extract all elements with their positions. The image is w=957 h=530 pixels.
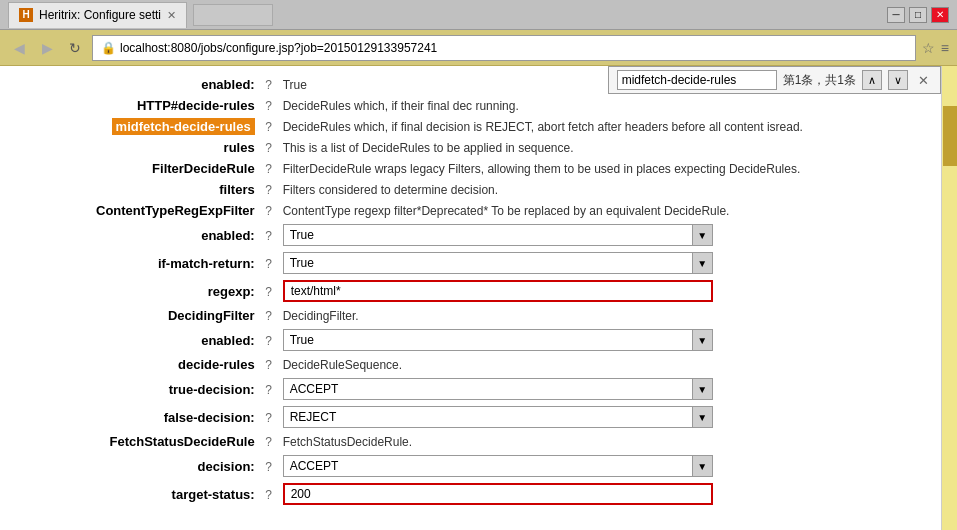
if-match-return-dropdown[interactable]: True ▼ bbox=[283, 252, 713, 274]
table-row: FetchStatusDecideRule ? FetchStatusDecid… bbox=[12, 431, 929, 452]
new-tab-area bbox=[193, 4, 273, 26]
field-label-filter-decide-rule: FilterDecideRule bbox=[152, 161, 255, 176]
find-next-button[interactable]: ∨ bbox=[888, 70, 908, 90]
refresh-button[interactable]: ↻ bbox=[64, 37, 86, 59]
false-decision-value: REJECT bbox=[284, 410, 692, 424]
dropdown-arrow-icon[interactable]: ▼ bbox=[692, 253, 712, 273]
field-desc-decide-rules: DecideRuleSequence. bbox=[283, 358, 402, 372]
table-row: target-status: ? bbox=[12, 480, 929, 508]
help-icon[interactable]: ? bbox=[265, 435, 272, 449]
field-desc-content-type-regexp: ContentType regexp filter*Deprecated* To… bbox=[283, 204, 730, 218]
true-decision-value: ACCEPT bbox=[284, 382, 692, 396]
help-icon[interactable]: ? bbox=[265, 162, 272, 176]
find-prev-button[interactable]: ∧ bbox=[862, 70, 882, 90]
field-label-filters: filters bbox=[219, 182, 254, 197]
window-controls: ─ □ ✕ bbox=[887, 7, 949, 23]
table-row: midfetch-decide-rules ? DecideRules whic… bbox=[12, 116, 929, 137]
minimize-button[interactable]: ─ bbox=[887, 7, 905, 23]
find-input[interactable] bbox=[617, 70, 777, 90]
table-row: enabled: ? True ▼ bbox=[12, 326, 929, 354]
table-row: false-decision: ? REJECT ▼ bbox=[12, 403, 929, 431]
field-label-true-decision: true-decision: bbox=[169, 382, 255, 397]
forward-button[interactable]: ▶ bbox=[36, 37, 58, 59]
field-label-deciding-filter: DecidingFilter bbox=[168, 308, 255, 323]
help-icon[interactable]: ? bbox=[265, 229, 272, 243]
field-label-target-status: target-status: bbox=[172, 487, 255, 502]
help-icon[interactable]: ? bbox=[265, 334, 272, 348]
content-area: enabled: ? True HTTP#decide-rules ? Deci… bbox=[0, 66, 941, 530]
enabled-2-value: True bbox=[284, 333, 692, 347]
find-bar: 第1条，共1条 ∧ ∨ ✕ bbox=[608, 66, 941, 94]
menu-icon[interactable]: ≡ bbox=[941, 40, 949, 56]
help-icon[interactable]: ? bbox=[265, 257, 272, 271]
bookmark-icon[interactable]: ☆ bbox=[922, 40, 935, 56]
main-area: enabled: ? True HTTP#decide-rules ? Deci… bbox=[0, 66, 957, 530]
help-icon[interactable]: ? bbox=[265, 141, 272, 155]
regexp-input[interactable] bbox=[283, 280, 713, 302]
scrollbar-thumb[interactable] bbox=[943, 106, 957, 166]
config-table: enabled: ? True HTTP#decide-rules ? Deci… bbox=[12, 74, 929, 508]
field-label-midfetch-decide-rules: midfetch-decide-rules bbox=[112, 118, 255, 135]
field-label-fetch-status-decide-rule: FetchStatusDecideRule bbox=[109, 434, 254, 449]
lock-icon: 🔒 bbox=[101, 41, 116, 55]
table-row: ContentTypeRegExpFilter ? ContentType re… bbox=[12, 200, 929, 221]
field-label-content-type-regexp: ContentTypeRegExpFilter bbox=[96, 203, 255, 218]
address-bar: ◀ ▶ ↻ 🔒 localhost:8080/jobs/configure.js… bbox=[0, 30, 957, 66]
field-desc-filters: Filters considered to determine decision… bbox=[283, 183, 498, 197]
find-close-button[interactable]: ✕ bbox=[914, 71, 932, 89]
dropdown-arrow-icon[interactable]: ▼ bbox=[692, 456, 712, 476]
back-button[interactable]: ◀ bbox=[8, 37, 30, 59]
table-row: decision: ? ACCEPT ▼ bbox=[12, 452, 929, 480]
tab-close-button[interactable]: ✕ bbox=[167, 9, 176, 22]
help-icon[interactable]: ? bbox=[265, 383, 272, 397]
find-info: 第1条，共1条 bbox=[783, 72, 856, 89]
field-desc-deciding-filter: DecidingFilter. bbox=[283, 309, 359, 323]
decision-value: ACCEPT bbox=[284, 459, 692, 473]
target-status-input[interactable] bbox=[283, 483, 713, 505]
help-icon[interactable]: ? bbox=[265, 183, 272, 197]
table-row: rules ? This is a list of DecideRules to… bbox=[12, 137, 929, 158]
dropdown-arrow-icon[interactable]: ▼ bbox=[692, 407, 712, 427]
dropdown-arrow-icon[interactable]: ▼ bbox=[692, 379, 712, 399]
table-row: true-decision: ? ACCEPT ▼ bbox=[12, 375, 929, 403]
field-label-enabled-2: enabled: bbox=[201, 333, 254, 348]
help-icon[interactable]: ? bbox=[265, 204, 272, 218]
enabled-2-dropdown[interactable]: True ▼ bbox=[283, 329, 713, 351]
field-label-false-decision: false-decision: bbox=[164, 410, 255, 425]
help-icon[interactable]: ? bbox=[265, 78, 272, 92]
decision-dropdown[interactable]: ACCEPT ▼ bbox=[283, 455, 713, 477]
field-label-decision: decision: bbox=[198, 459, 255, 474]
table-row: enabled: ? True ▼ bbox=[12, 221, 929, 249]
help-icon[interactable]: ? bbox=[265, 488, 272, 502]
enabled-1-dropdown[interactable]: True ▼ bbox=[283, 224, 713, 246]
table-row: if-match-return: ? True ▼ bbox=[12, 249, 929, 277]
table-row: HTTP#decide-rules ? DecideRules which, i… bbox=[12, 95, 929, 116]
url-text: localhost:8080/jobs/configure.jsp?job=20… bbox=[120, 41, 437, 55]
false-decision-dropdown[interactable]: REJECT ▼ bbox=[283, 406, 713, 428]
tab-favicon: H bbox=[19, 8, 33, 22]
scrollbar[interactable] bbox=[941, 66, 957, 530]
address-input[interactable]: 🔒 localhost:8080/jobs/configure.jsp?job=… bbox=[92, 35, 916, 61]
address-icons: ☆ ≡ bbox=[922, 40, 949, 56]
true-decision-dropdown[interactable]: ACCEPT ▼ bbox=[283, 378, 713, 400]
help-icon[interactable]: ? bbox=[265, 309, 272, 323]
field-label-decide-rules: decide-rules bbox=[178, 357, 255, 372]
table-row: decide-rules ? DecideRuleSequence. bbox=[12, 354, 929, 375]
help-icon[interactable]: ? bbox=[265, 285, 272, 299]
dropdown-arrow-icon[interactable]: ▼ bbox=[692, 225, 712, 245]
field-desc-filter-decide-rule: FilterDecideRule wraps legacy Filters, a… bbox=[283, 162, 801, 176]
help-icon[interactable]: ? bbox=[265, 99, 272, 113]
field-label-http-decide-rules: HTTP#decide-rules bbox=[137, 98, 255, 113]
field-label-enabled-top: enabled: bbox=[201, 77, 254, 92]
tab-label: Heritrix: Configure setti bbox=[39, 8, 161, 22]
help-icon[interactable]: ? bbox=[265, 411, 272, 425]
close-button[interactable]: ✕ bbox=[931, 7, 949, 23]
help-icon[interactable]: ? bbox=[265, 460, 272, 474]
help-icon[interactable]: ? bbox=[265, 358, 272, 372]
browser-tab[interactable]: H Heritrix: Configure setti ✕ bbox=[8, 2, 187, 28]
field-label-regexp: regexp: bbox=[208, 284, 255, 299]
maximize-button[interactable]: □ bbox=[909, 7, 927, 23]
table-row: DecidingFilter ? DecidingFilter. bbox=[12, 305, 929, 326]
help-icon[interactable]: ? bbox=[265, 120, 272, 134]
dropdown-arrow-icon[interactable]: ▼ bbox=[692, 330, 712, 350]
